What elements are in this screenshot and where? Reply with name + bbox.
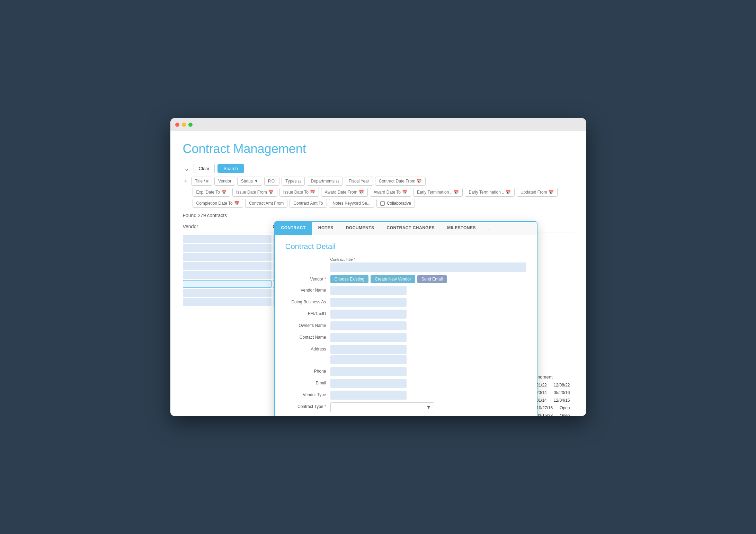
- tab-milestones[interactable]: MILESTONES: [441, 222, 482, 235]
- vendor-actions: Choose Existing Create New Vendor Send E…: [330, 275, 447, 283]
- vendor-cell: [183, 262, 272, 270]
- vendor-filter-label: Vendor: [218, 179, 231, 184]
- vendor-label-text: Vendor: [310, 277, 323, 282]
- chevron-down-icon: ▼: [254, 179, 258, 184]
- award-date-to-label: Award Date To: [374, 190, 401, 195]
- create-new-vendor-button[interactable]: Create New Vendor: [371, 275, 415, 283]
- calendar-icon8: 📅: [506, 190, 511, 195]
- award-date-to-filter[interactable]: Award Date To 📅: [370, 188, 411, 197]
- address-field-1: [330, 345, 407, 354]
- title-filter[interactable]: Title / #: [191, 177, 212, 186]
- minimize-button[interactable]: [182, 123, 186, 127]
- status-5: Open: [560, 413, 570, 416]
- exp-date-to-label: Exp. Date To: [196, 190, 220, 195]
- vendor-cell: [183, 253, 272, 261]
- completion-date-to-filter[interactable]: Completion Date To 📅: [193, 199, 243, 208]
- contract-amt-to-label: Contract Amt To: [293, 201, 323, 206]
- fei-taxid-field: [330, 310, 407, 319]
- po-filter[interactable]: P.O.: [264, 177, 279, 186]
- tab-documents[interactable]: DOCUMENTS: [340, 222, 381, 235]
- contract-title-label: Contract Title: [330, 257, 353, 261]
- modal-body: Contract Detail Contract Title *: [275, 235, 537, 416]
- email-field[interactable]: [330, 379, 407, 388]
- tab-notes[interactable]: NOTES: [312, 222, 340, 235]
- main-content: Contract Management ⌄ Clear Search + Tit…: [170, 131, 586, 416]
- calendar-icon7: 📅: [454, 190, 459, 195]
- send-email-button[interactable]: Send Email: [417, 275, 447, 283]
- fei-taxid-row: FEI/TaxID: [285, 310, 526, 319]
- required-star2: *: [324, 277, 326, 282]
- calendar-icon9: 📅: [549, 190, 554, 195]
- early-term-to-filter[interactable]: Early Termination .. 📅: [465, 188, 515, 197]
- add-filter-button[interactable]: +: [183, 177, 189, 186]
- fiscal-year-filter[interactable]: Fiscal Year: [345, 177, 373, 186]
- required-star3: *: [324, 404, 326, 409]
- phone-field: [330, 367, 407, 376]
- calendar-icon3: 📅: [268, 190, 274, 195]
- award-date-from-label: Award Date From: [325, 190, 357, 195]
- collapse-button[interactable]: ⌄: [183, 164, 191, 173]
- page-title: Contract Management: [183, 142, 573, 156]
- issue-date-to-filter[interactable]: Issue Date To 📅: [279, 188, 319, 197]
- contract-date-from-label: Contract Date From: [379, 179, 415, 184]
- exp-date-to-filter[interactable]: Exp. Date To 📅: [193, 188, 230, 197]
- award-date-from-filter[interactable]: Award Date From 📅: [321, 188, 368, 197]
- updated-from-filter[interactable]: Updated From 📅: [517, 188, 558, 197]
- updated-from-label: Updated From: [521, 190, 547, 195]
- contract-date-from-filter[interactable]: Contract Date From 📅: [375, 177, 426, 186]
- tab-contract-changes[interactable]: CONTRACT CHANGES: [381, 222, 441, 235]
- contact-name-field: [330, 333, 407, 342]
- notes-keyword-label: Notes Keyword Se...: [333, 201, 371, 206]
- completion-date-to-label: Completion Date To: [196, 201, 233, 206]
- title-filter-label: Title / #: [195, 179, 208, 184]
- clear-button[interactable]: Clear: [194, 164, 215, 173]
- calendar-icon6: 📅: [402, 190, 407, 195]
- vendor-name-row: Vendor Name: [285, 286, 526, 295]
- email-label: Email: [285, 379, 330, 385]
- vendor-filter[interactable]: Vendor: [214, 177, 235, 186]
- vendor-form-label: Vendor *: [285, 275, 330, 282]
- owners-name-row: Owner's Name: [285, 321, 526, 330]
- date2-1: 12/08/22: [554, 383, 570, 388]
- calendar-icon5: 📅: [359, 190, 364, 195]
- date2-3: 12/04/15: [554, 398, 570, 403]
- vendor-cell: [183, 235, 272, 243]
- search-button[interactable]: Search: [217, 164, 244, 173]
- contract-title-field[interactable]: [330, 262, 526, 272]
- address-label: Address: [285, 345, 330, 351]
- date2-2: 05/20/16: [554, 390, 570, 395]
- tab-more-button[interactable]: ...: [482, 222, 495, 235]
- issue-date-to-label: Issue Date To: [283, 190, 309, 195]
- email-row: Email: [285, 379, 526, 388]
- vendor-cell: [183, 271, 272, 279]
- titlebar: [170, 118, 586, 131]
- collaborative-checkbox[interactable]: [380, 201, 385, 206]
- vendor-type-field: [330, 391, 407, 400]
- vendor-cell: [183, 289, 272, 297]
- tab-contract[interactable]: CONTRACT: [275, 222, 312, 235]
- early-term-from-label: Early Termination ..: [417, 190, 453, 195]
- notes-keyword-filter[interactable]: Notes Keyword Se...: [329, 199, 374, 208]
- departments-filter[interactable]: Departments ☷: [307, 177, 343, 186]
- contract-type-select[interactable]: [330, 402, 434, 412]
- vendor-name-label: Vendor Name: [285, 286, 330, 293]
- maximize-button[interactable]: [188, 123, 193, 127]
- choose-existing-button[interactable]: Choose Existing: [330, 275, 369, 283]
- contract-amt-from-filter[interactable]: Contract Amt From: [245, 199, 288, 208]
- issue-date-from-filter[interactable]: Issue Date From 📅: [232, 188, 277, 197]
- contact-name-row: Contact Name: [285, 333, 526, 342]
- vendor-name-field: [330, 286, 407, 295]
- doing-business-as-label: Doing Business As: [285, 298, 330, 304]
- early-term-from-filter[interactable]: Early Termination .. 📅: [413, 188, 463, 197]
- contract-type-row: Contract Type * ▼: [285, 402, 526, 412]
- vendor-cell-selected: [183, 280, 272, 288]
- address-row: Address: [285, 345, 526, 364]
- date2-5: 03/15/23: [536, 413, 553, 416]
- close-button[interactable]: [175, 123, 179, 127]
- types-filter[interactable]: Types ☷: [282, 177, 305, 186]
- vendor-column-header: Vendor: [183, 224, 273, 229]
- status-filter[interactable]: Status ▼: [237, 177, 262, 186]
- fiscal-year-filter-label: Fiscal Year: [349, 179, 369, 184]
- issue-date-from-label: Issue Date From: [236, 190, 267, 195]
- contract-amt-to-filter[interactable]: Contract Amt To: [290, 199, 327, 208]
